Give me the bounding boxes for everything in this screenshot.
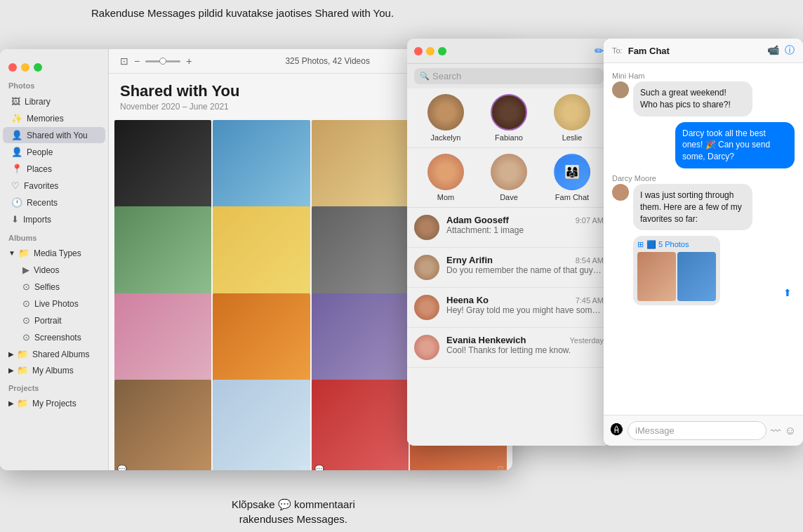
messages-titlebar: ✏ — [407, 39, 611, 64]
chat-input-bar: 🅐 iMessage 〰 ☺ — [604, 415, 803, 446]
chat-item-erny[interactable]: Erny Arifin 8:54 AM Do you remember the … — [407, 248, 611, 288]
messages-window: ✏ 🔍 Search Jackelyn Fabiano Leslie Mom — [407, 39, 611, 446]
messages-minimize-button[interactable] — [426, 47, 434, 55]
avatar-darcy — [612, 184, 629, 201]
contact-name-leslie: Leslie — [562, 133, 583, 142]
bubble-row-darcy-photos: ⊞ 🟦 5 Photos ⬆ — [612, 236, 795, 305]
chat-list: Adam Gooseff 9:07 AM Attachment: 1 image… — [407, 208, 611, 446]
photo-cell[interactable]: ♡ — [213, 380, 310, 470]
annotation-top: Rakenduse Messages pildid kuvatakse jaot… — [91, 6, 394, 20]
contact-mom[interactable]: Mom — [414, 154, 477, 201]
sidebar-item-imports[interactable]: ⬇ Imports — [3, 211, 105, 227]
search-icon: 🔍 — [420, 72, 430, 81]
photo-cell[interactable] — [114, 293, 211, 390]
zoom-slider[interactable] — [145, 60, 180, 62]
zoom-out-icon[interactable]: − — [134, 55, 140, 67]
contact-name-fam-chat: Fam Chat — [555, 193, 589, 201]
comment-badge: 💬 — [314, 465, 324, 470]
sidebar-item-live-photos[interactable]: ⊙ Live Photos — [3, 295, 105, 312]
sender-darcy: Darcy Moore — [612, 174, 795, 182]
people-icon: 👤 — [11, 147, 22, 157]
memoji-icon[interactable]: 🅐 — [611, 423, 623, 438]
sidebar-group-media-types[interactable]: ▼ 📁 Media Types — [0, 245, 108, 261]
chat-name-evania: Evania Henkewich — [446, 335, 526, 345]
sidebar-item-recents[interactable]: 🕐 Recents — [3, 194, 105, 211]
heart-badge: ♡ — [300, 465, 307, 470]
chat-preview-evania: Cool! Thanks for letting me know. — [446, 345, 604, 355]
imports-icon: ⬇ — [11, 214, 19, 225]
photo-cell[interactable] — [312, 206, 409, 303]
messages-maximize-button[interactable] — [438, 47, 446, 55]
photo-thumb-1[interactable] — [637, 252, 676, 301]
emoji-icon[interactable]: ☺ — [785, 425, 796, 437]
bubble-row-received-1: Such a great weekend! Who has pics to sh… — [612, 81, 795, 117]
chat-panel-header: To: Fam Chat 📹 ⓘ — [604, 39, 803, 63]
chat-item-heena[interactable]: Heena Ko 7:45 AM Hey! Gray told me you m… — [407, 288, 611, 328]
sidebar-item-portrait[interactable]: ⊙ Portrait — [3, 312, 105, 328]
audio-icon[interactable]: 〰 — [771, 425, 781, 437]
photo-cell[interactable] — [213, 120, 310, 217]
sidebar-section-albums: Albums — [0, 228, 108, 245]
contact-leslie[interactable]: Leslie — [540, 94, 604, 142]
sidebar-section-photos: Photos — [0, 76, 108, 93]
recents-icon: 🕐 — [11, 197, 22, 208]
search-bar[interactable]: 🔍 Search — [414, 68, 604, 84]
maximize-button[interactable] — [34, 63, 42, 72]
my-albums-icon: 📁 — [17, 365, 28, 375]
share-photos-button[interactable]: ⬆ — [778, 283, 797, 302]
chat-avatar-erny — [414, 255, 439, 280]
chat-panel: To: Fam Chat 📹 ⓘ Mini Ham Such a great w… — [604, 39, 803, 446]
chat-item-adam[interactable]: Adam Gooseff 9:07 AM Attachment: 1 image — [407, 208, 611, 248]
chat-time-adam: 9:07 AM — [576, 216, 604, 225]
compose-icon[interactable]: ✏ — [595, 44, 604, 58]
info-panel-icon[interactable]: ⓘ — [785, 44, 795, 57]
sidebar-group-my-albums[interactable]: ▶ 📁 My Albums — [0, 362, 108, 378]
sidebar-item-shared-with-you[interactable]: 👤 Shared with You — [3, 127, 105, 143]
video-call-icon[interactable]: 📹 — [767, 44, 779, 57]
contact-avatar-mom — [427, 154, 464, 190]
chat-avatar-adam — [414, 215, 439, 240]
sidebar-item-videos[interactable]: ▶ Videos — [3, 262, 105, 278]
photo-cell[interactable] — [213, 206, 310, 303]
close-button[interactable] — [8, 63, 17, 72]
shared-albums-folder-icon: 📁 — [17, 349, 28, 359]
contact-avatar-fam-chat: 👨‍👩‍👧 — [554, 154, 590, 190]
videos-icon: ▶ — [22, 265, 29, 275]
photo-cell[interactable] — [114, 120, 211, 217]
photo-cell[interactable] — [312, 293, 409, 390]
sidebar-item-people[interactable]: 👤 People — [3, 144, 105, 160]
contact-dave[interactable]: Dave — [477, 154, 540, 201]
sidebar-item-library[interactable]: 🖼 Library — [3, 93, 105, 109]
sidebar-item-memories[interactable]: ✨ Memories — [3, 110, 105, 126]
slideshow-icon[interactable]: ⊡ — [120, 55, 128, 67]
memories-icon: ✨ — [11, 113, 22, 124]
message-input[interactable]: iMessage — [628, 421, 766, 440]
sidebar-group-shared-albums[interactable]: ▶ 📁 Shared Albums — [0, 346, 108, 362]
sidebar-item-screenshots[interactable]: ⊙ Screenshots — [3, 329, 105, 345]
photo-cell[interactable]: 💬 — [312, 380, 409, 470]
contact-avatar-jackelyn — [427, 94, 464, 131]
chat-item-evania[interactable]: Evania Henkewich Yesterday Cool! Thanks … — [407, 328, 611, 368]
chevron-right-icon-2: ▶ — [8, 366, 14, 374]
contact-fabiano[interactable]: Fabiano — [477, 94, 540, 142]
photo-cell[interactable]: 💬 — [114, 380, 211, 470]
bubble-row-sent-1: Darcy took all the best ones! 🎉 Can you … — [612, 122, 795, 168]
search-input[interactable]: Search — [432, 71, 461, 81]
sidebar-group-my-projects[interactable]: ▶ 📁 My Projects — [0, 395, 108, 411]
contact-fam-chat[interactable]: 👨‍👩‍👧 Fam Chat — [540, 154, 604, 201]
sidebar-item-selfies[interactable]: ⊙ Selfies — [3, 279, 105, 295]
photo-cell[interactable] — [312, 120, 409, 217]
zoom-in-icon[interactable]: + — [186, 55, 192, 67]
sidebar-item-places[interactable]: 📍 Places — [3, 161, 105, 177]
minimize-button[interactable] — [21, 63, 29, 72]
photos-bubble[interactable]: ⊞ 🟦 5 Photos — [633, 236, 720, 305]
photo-thumb-2[interactable] — [677, 252, 716, 301]
messages-close-button[interactable] — [414, 47, 423, 55]
chat-name-heena: Heena Ko — [446, 295, 489, 305]
chevron-down-icon: ▼ — [8, 249, 15, 257]
avatar-mini-ham — [612, 81, 629, 98]
sidebar-item-favorites[interactable]: ♡ Favorites — [3, 178, 105, 194]
photo-cell[interactable] — [114, 206, 211, 303]
contact-jackelyn[interactable]: Jackelyn — [414, 94, 477, 142]
photo-cell[interactable] — [213, 293, 310, 390]
